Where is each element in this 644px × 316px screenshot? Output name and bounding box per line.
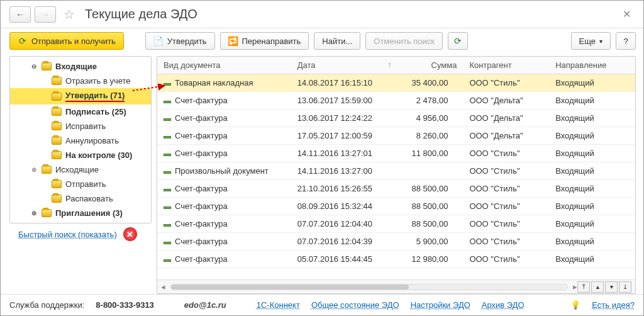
cell-amount — [396, 162, 463, 180]
grid-down-button[interactable]: ▾ — [605, 281, 618, 293]
folder-icon — [52, 195, 62, 203]
cell-counterparty: ООО "Стиль" — [463, 162, 549, 180]
sidebar-item-1[interactable]: Отразить в учете — [10, 74, 151, 88]
col-date[interactable]: Дата — [291, 57, 396, 74]
grid-last-button[interactable]: ⤓ — [619, 281, 631, 293]
col-counterparty[interactable]: Контрагент — [463, 57, 549, 74]
find-label: Найти... — [322, 37, 352, 46]
cell-doc-type: Счет-фактура — [157, 251, 291, 268]
more-button[interactable]: Еще ▾ — [571, 32, 611, 50]
cell-counterparty: ООО "Стиль" — [463, 215, 549, 233]
cell-doc-type: Счет-фактура — [157, 233, 291, 251]
sidebar-item-10[interactable]: ⊕Приглашения (3) — [10, 206, 151, 220]
cell-date: 14.11.2016 13:27:01 — [291, 145, 396, 162]
favorite-star-icon[interactable]: ☆ — [64, 7, 75, 22]
sidebar-item-label: Приглашения (3) — [55, 208, 123, 218]
link-connect[interactable]: 1С-Коннект — [257, 300, 300, 310]
sidebar-item-0[interactable]: ⊖Входящие — [10, 59, 151, 74]
table-row[interactable]: Счет-фактура07.07.2016 12:04:395 900,00О… — [157, 233, 635, 251]
sidebar-item-label: Отправить — [65, 179, 106, 189]
redirect-label: Перенаправить — [242, 37, 301, 46]
cell-counterparty: ООО "Стиль" — [463, 145, 549, 162]
table-row[interactable]: Счет-фактура05.07.2016 15:44:4512 980,00… — [157, 251, 635, 268]
grid-up-button[interactable]: ▴ — [591, 281, 604, 293]
chevron-down-icon: ▾ — [599, 38, 602, 45]
scroll-right-icon[interactable]: ▸ — [573, 282, 577, 291]
folder-icon — [42, 166, 52, 174]
status-marker-icon — [164, 118, 171, 121]
cell-amount: 4 956,00 — [396, 110, 463, 127]
grid-footer: ◂ ▸ ⤒ ▴ ▾ ⤓ — [157, 279, 635, 293]
sidebar-tree[interactable]: ⊖ВходящиеОтразить в учетеУтвердить (71)П… — [9, 56, 152, 223]
table-row[interactable]: Произвольный документ14.11.2016 13:27:00… — [157, 162, 635, 180]
tree-expander-icon[interactable]: ⊕ — [30, 210, 38, 217]
grid-first-button[interactable]: ⤒ — [577, 281, 590, 293]
folder-icon — [52, 151, 62, 159]
scroll-left-icon[interactable]: ◂ — [161, 282, 165, 291]
tree-expander-icon[interactable]: ⊕ — [30, 166, 38, 173]
cell-doc-type: Товарная накладная — [157, 74, 291, 92]
clear-search-button[interactable]: ✕ — [123, 227, 137, 241]
approve-button[interactable]: 📄 Утвердить — [145, 32, 215, 50]
cell-amount: 88 500,00 — [396, 180, 463, 198]
sidebar-item-7[interactable]: ⊕Исходящие — [10, 162, 151, 177]
table-row[interactable]: Счет-фактура07.07.2016 12:04:4088 500,00… — [157, 215, 635, 233]
redirect-icon: 🔁 — [228, 36, 238, 46]
redirect-button[interactable]: 🔁 Перенаправить — [220, 32, 309, 50]
link-idea[interactable]: Есть идея? — [592, 300, 635, 310]
help-label: ? — [623, 37, 628, 46]
sidebar-item-4[interactable]: Исправить — [10, 119, 151, 133]
send-receive-button[interactable]: ⟳ Отправить и получить — [9, 32, 124, 50]
table-row[interactable]: Счет-фактура13.06.2017 15:59:002 478,00О… — [157, 92, 635, 110]
help-button[interactable]: ? — [616, 32, 636, 50]
col-direction[interactable]: Направление — [549, 57, 635, 74]
h-scrollbar[interactable] — [170, 284, 568, 290]
cell-doc-type: Счет-фактура — [157, 198, 291, 215]
link-status[interactable]: Общее состояние ЭДО — [311, 300, 399, 310]
cell-doc-type: Счет-фактура — [157, 127, 291, 145]
table-row[interactable]: Счет-фактура13.06.2017 12:24:224 956,00О… — [157, 110, 635, 127]
sidebar-item-3[interactable]: Подписать (25) — [10, 104, 151, 119]
cancel-search-button[interactable]: Отменить поиск — [365, 32, 443, 50]
link-archive[interactable]: Архив ЭДО — [482, 300, 525, 310]
table-row[interactable]: Счет-фактура08.09.2016 15:32:4488 500,00… — [157, 198, 635, 215]
sidebar-item-5[interactable]: Аннулировать — [10, 133, 151, 148]
nav-back-button[interactable]: ← — [9, 6, 31, 23]
cell-counterparty: ООО "Дельта" — [463, 110, 549, 127]
grid-scroll[interactable]: Вид документа Дата Сумма Контрагент Напр… — [157, 57, 635, 279]
folder-icon — [42, 209, 52, 217]
status-marker-icon — [164, 101, 171, 103]
cell-direction: Входящий — [549, 127, 635, 145]
cell-direction: Входящий — [549, 251, 635, 268]
tree-expander-icon[interactable]: ⊖ — [30, 63, 38, 70]
sidebar-item-2[interactable]: Утвердить (71) — [10, 88, 151, 104]
support-phone: 8-800-333-9313 — [96, 300, 154, 310]
table-row[interactable]: Товарная накладная14.08.2017 16:15:1035 … — [157, 74, 635, 92]
link-settings[interactable]: Настройки ЭДО — [411, 300, 470, 310]
cell-doc-type: Счет-фактура — [157, 145, 291, 162]
table-row[interactable]: Счет-фактура17.05.2017 12:00:598 260,00О… — [157, 127, 635, 145]
cell-counterparty: ООО "Стиль" — [463, 251, 549, 268]
cell-date: 21.10.2016 15:26:55 — [291, 180, 396, 198]
sidebar-item-9[interactable]: Распаковать — [10, 191, 151, 206]
sidebar-item-8[interactable]: Отправить — [10, 177, 151, 191]
folder-icon — [52, 93, 62, 101]
sidebar-item-6[interactable]: На контроле (30) — [10, 148, 151, 162]
refresh-button[interactable]: ⟳ — [448, 32, 468, 50]
table-row[interactable]: Счет-фактура14.11.2016 13:27:0111 800,00… — [157, 145, 635, 162]
col-amount[interactable]: Сумма — [396, 57, 463, 74]
find-button[interactable]: Найти... — [314, 32, 360, 50]
cell-direction: Входящий — [549, 92, 635, 110]
status-marker-icon — [164, 136, 171, 138]
cell-amount: 8 260,00 — [396, 127, 463, 145]
cancel-search-label: Отменить поиск — [374, 37, 435, 46]
cell-doc-type: Произвольный документ — [157, 162, 291, 180]
close-icon[interactable]: ✕ — [619, 7, 635, 21]
cell-date: 14.08.2017 16:15:10 — [291, 74, 396, 92]
cell-direction: Входящий — [549, 145, 635, 162]
col-doc-type[interactable]: Вид документа — [157, 57, 291, 74]
status-marker-icon — [164, 259, 171, 262]
quick-search-link[interactable]: Быстрый поиск (показать) — [18, 230, 117, 239]
nav-forward-button[interactable]: → — [35, 6, 56, 23]
table-row[interactable]: Счет-фактура21.10.2016 15:26:5588 500,00… — [157, 180, 635, 198]
